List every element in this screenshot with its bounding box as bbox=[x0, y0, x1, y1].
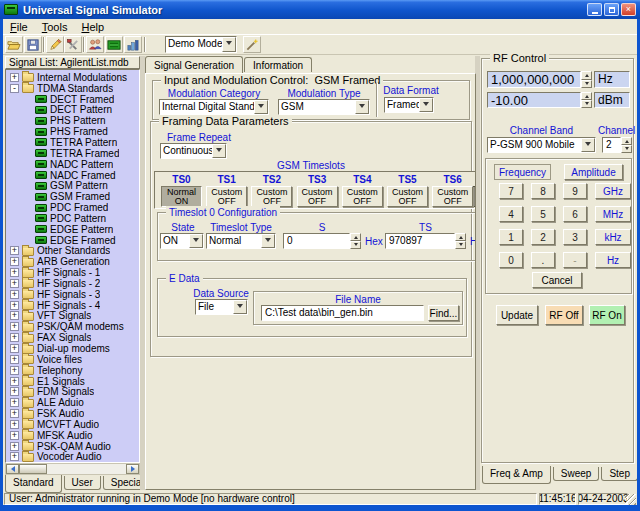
expand-plus-icon[interactable]: + bbox=[10, 344, 19, 353]
channel-spinner[interactable] bbox=[621, 137, 632, 153]
tab-signal-generation[interactable]: Signal Generation bbox=[145, 56, 243, 73]
keypad-key-4[interactable]: 4 bbox=[499, 206, 523, 222]
find-button[interactable]: Find... bbox=[428, 305, 459, 321]
expand-plus-icon[interactable]: + bbox=[10, 279, 19, 288]
spin-up-icon[interactable] bbox=[350, 233, 361, 241]
keypad-key-9[interactable]: 9 bbox=[563, 183, 587, 199]
keypad-key-1[interactable]: 1 bbox=[499, 229, 523, 245]
spin-up-icon[interactable] bbox=[621, 137, 632, 145]
tree-item[interactable]: GSM Framed bbox=[6, 191, 139, 202]
expand-plus-icon[interactable]: + bbox=[10, 409, 19, 418]
tree-item[interactable]: PDC Framed bbox=[6, 202, 139, 213]
scroll-left-icon[interactable] bbox=[6, 464, 19, 474]
tree-item[interactable]: +HF Signals - 2 bbox=[6, 278, 139, 289]
open-button[interactable] bbox=[5, 36, 23, 53]
rf-tab-step[interactable]: Step bbox=[601, 467, 637, 481]
dropdown-arrow-icon[interactable] bbox=[581, 138, 595, 152]
expand-plus-icon[interactable]: + bbox=[10, 366, 19, 375]
timeslot-type-combobox[interactable]: Normal bbox=[206, 233, 276, 249]
tree-item[interactable]: DECT Pattern bbox=[6, 105, 139, 116]
tree-item[interactable]: +E1 Signals bbox=[6, 376, 139, 387]
menu-help[interactable]: Help bbox=[74, 21, 111, 33]
tree-item[interactable]: +Voice files bbox=[6, 354, 139, 365]
expand-plus-icon[interactable]: + bbox=[10, 452, 19, 461]
tree-item[interactable]: +PSK/QAM modems bbox=[6, 321, 139, 332]
tree-item[interactable]: +HF Signals - 4 bbox=[6, 300, 139, 311]
rf-tab-sweep[interactable]: Sweep bbox=[553, 467, 600, 481]
tree-item[interactable]: +ARB Generation bbox=[6, 256, 139, 267]
tree-item[interactable]: +Dial-up modems bbox=[6, 343, 139, 354]
scrollbar-thumb[interactable] bbox=[19, 464, 47, 474]
modulation-category-combobox[interactable]: Internal Digital Standard bbox=[159, 99, 269, 115]
frame-repeat-combobox[interactable]: Continuous bbox=[160, 143, 227, 159]
spin-down-icon[interactable] bbox=[581, 80, 592, 89]
tree-item[interactable]: +HF Signals - 1 bbox=[6, 267, 139, 278]
spin-up-icon[interactable] bbox=[455, 233, 466, 241]
chart-button[interactable] bbox=[124, 36, 142, 53]
expand-plus-icon[interactable]: + bbox=[10, 257, 19, 266]
tree-item[interactable]: +MCVFT Audio bbox=[6, 419, 139, 430]
expand-plus-icon[interactable]: + bbox=[10, 355, 19, 364]
users-button[interactable] bbox=[86, 36, 104, 53]
timeslot-button-ts3[interactable]: CustomOFF bbox=[297, 186, 338, 207]
rf-on-button[interactable]: RF On bbox=[589, 305, 625, 325]
tree-item[interactable]: +FSK Audio bbox=[6, 408, 139, 419]
tree-item[interactable]: +PSK-QAM Audio bbox=[6, 441, 139, 452]
expand-plus-icon[interactable]: + bbox=[10, 73, 19, 82]
tree-item[interactable]: +FAX Signals bbox=[6, 332, 139, 343]
spin-down-icon[interactable] bbox=[621, 145, 632, 153]
tree-item[interactable]: EDGE Framed bbox=[6, 235, 139, 246]
spin-up-icon[interactable] bbox=[581, 71, 592, 80]
tree-item[interactable]: PDC Pattern bbox=[6, 213, 139, 224]
ts-field[interactable]: 970897 bbox=[385, 233, 455, 249]
keypad-key--[interactable]: - bbox=[563, 252, 587, 268]
spin-down-icon[interactable] bbox=[455, 241, 466, 249]
edit-button[interactable] bbox=[46, 36, 64, 53]
list-tab-user[interactable]: User bbox=[64, 476, 101, 490]
timeslot-button-ts1[interactable]: CustomOFF bbox=[206, 186, 247, 207]
tree-item[interactable]: +FDM Signals bbox=[6, 386, 139, 397]
tree-item[interactable]: -TDMA Standards bbox=[6, 83, 139, 94]
spin-down-icon[interactable] bbox=[350, 241, 361, 249]
expand-plus-icon[interactable]: + bbox=[10, 333, 19, 342]
tree-item[interactable]: NADC Framed bbox=[6, 170, 139, 181]
tree-item[interactable]: +Vocoder Audio bbox=[6, 452, 139, 463]
tree-item[interactable]: EDGE Pattern bbox=[6, 224, 139, 235]
wizard-button[interactable] bbox=[243, 36, 261, 53]
maximize-button[interactable] bbox=[604, 3, 619, 16]
update-button[interactable]: Update bbox=[496, 305, 538, 325]
resize-grip[interactable] bbox=[630, 493, 636, 505]
spin-down-icon[interactable] bbox=[581, 100, 592, 108]
tree-item[interactable]: TETRA Pattern bbox=[6, 137, 139, 148]
s-field[interactable]: 0 bbox=[283, 233, 350, 249]
file-name-input[interactable]: C:\Test data\bin_gen.bin bbox=[261, 305, 424, 321]
tree-item[interactable]: +VFT Signals bbox=[6, 311, 139, 322]
tab-information[interactable]: Information bbox=[244, 57, 312, 72]
tree-item[interactable]: NADC Pattern bbox=[6, 159, 139, 170]
tree-item[interactable]: +Internal Modulations bbox=[6, 72, 139, 83]
expand-plus-icon[interactable]: + bbox=[10, 398, 19, 407]
save-button[interactable] bbox=[24, 36, 42, 53]
tree-item[interactable]: +MFSK Audio bbox=[6, 430, 139, 441]
tree-item[interactable]: PHS Framed bbox=[6, 126, 139, 137]
expand-plus-icon[interactable]: + bbox=[10, 420, 19, 429]
keypad-key-6[interactable]: 6 bbox=[563, 206, 587, 222]
amplitude-value-field[interactable]: -10.00 bbox=[487, 92, 581, 108]
dropdown-arrow-icon[interactable] bbox=[355, 100, 369, 114]
rf-off-button[interactable]: RF Off bbox=[545, 305, 583, 325]
s-spinner[interactable] bbox=[350, 233, 361, 249]
spin-up-icon[interactable] bbox=[581, 92, 592, 100]
frequency-spinner[interactable] bbox=[581, 71, 592, 88]
dropdown-arrow-icon[interactable] bbox=[261, 234, 275, 248]
tree-item[interactable]: +ALE Aduio bbox=[6, 397, 139, 408]
tree-item[interactable]: TETRA Framed bbox=[6, 148, 139, 159]
expand-plus-icon[interactable]: + bbox=[10, 290, 19, 299]
expand-plus-icon[interactable]: + bbox=[10, 322, 19, 331]
expand-plus-icon[interactable]: + bbox=[10, 301, 19, 310]
collapse-minus-icon[interactable]: - bbox=[10, 84, 19, 93]
keypad-key-2[interactable]: 2 bbox=[531, 229, 555, 245]
expand-plus-icon[interactable]: + bbox=[10, 377, 19, 386]
dropdown-arrow-icon[interactable] bbox=[222, 37, 236, 52]
data-format-combobox[interactable]: Framed bbox=[384, 97, 434, 113]
menu-file[interactable]: File bbox=[3, 21, 35, 33]
